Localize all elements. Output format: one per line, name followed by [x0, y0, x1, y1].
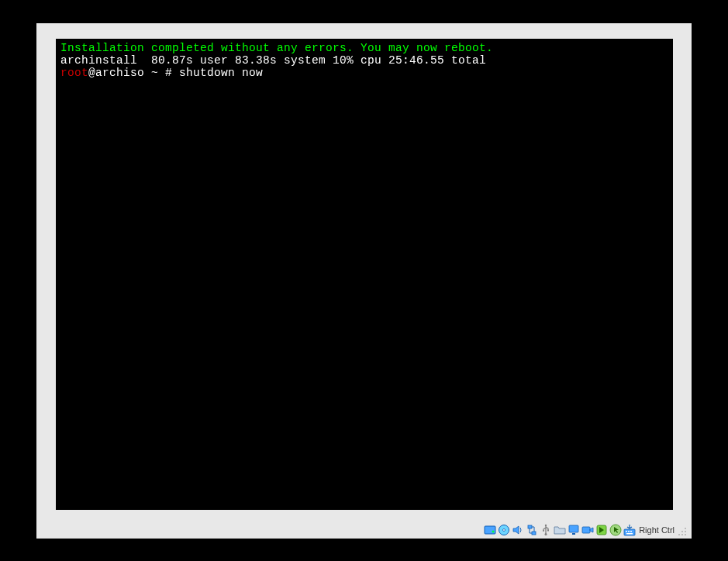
svg-rect-19: [626, 533, 633, 535]
prompt-user: root: [60, 67, 88, 79]
vm-window: Installation completed without any error…: [36, 23, 692, 539]
svg-rect-12: [582, 527, 590, 533]
svg-point-9: [545, 533, 547, 535]
keyboard-icon[interactable]: [623, 524, 636, 536]
svg-rect-10: [569, 525, 578, 532]
svg-rect-4: [528, 525, 532, 528]
hard-disk-icon[interactable]: [484, 524, 496, 536]
usb-icon[interactable]: [540, 524, 552, 536]
host-key-label: Right Ctrl: [639, 525, 675, 535]
svg-point-8: [543, 530, 544, 532]
svg-point-20: [685, 528, 686, 529]
svg-rect-5: [532, 532, 536, 535]
optical-disk-icon[interactable]: [498, 524, 510, 536]
svg-point-21: [685, 531, 686, 532]
mouse-integration-icon[interactable]: [609, 524, 622, 536]
prompt-host: @archiso ~ #: [88, 67, 179, 79]
svg-rect-18: [630, 531, 632, 532]
resize-grip-icon[interactable]: [678, 527, 687, 536]
audio-icon[interactable]: [512, 524, 524, 536]
terminal-prompt-line: root@archiso ~ # shutdown now: [60, 67, 668, 79]
shared-folders-icon[interactable]: [554, 524, 566, 536]
svg-point-23: [685, 534, 686, 535]
svg-point-6: [545, 525, 547, 526]
terminal-message: Installation completed without any error…: [60, 42, 668, 54]
network-icon[interactable]: [526, 524, 538, 536]
svg-point-25: [678, 534, 680, 535]
svg-point-24: [681, 534, 683, 535]
svg-rect-0: [485, 526, 495, 534]
svg-rect-17: [628, 531, 630, 532]
display-icon[interactable]: [568, 524, 580, 536]
svg-rect-15: [624, 529, 635, 535]
svg-point-3: [503, 529, 505, 532]
terminal-stats: archinstall 80.87s user 83.38s system 10…: [60, 54, 668, 67]
svg-point-1: [492, 531, 495, 533]
guest-additions-icon[interactable]: [595, 524, 608, 536]
terminal-screen[interactable]: Installation completed without any error…: [56, 39, 673, 510]
svg-rect-7: [547, 530, 549, 532]
recording-icon[interactable]: [581, 524, 594, 536]
terminal-command: shutdown now: [179, 67, 263, 79]
vm-statusbar: Right Ctrl: [481, 521, 692, 539]
svg-point-22: [681, 531, 683, 532]
svg-rect-11: [572, 533, 575, 535]
svg-rect-16: [626, 531, 627, 532]
